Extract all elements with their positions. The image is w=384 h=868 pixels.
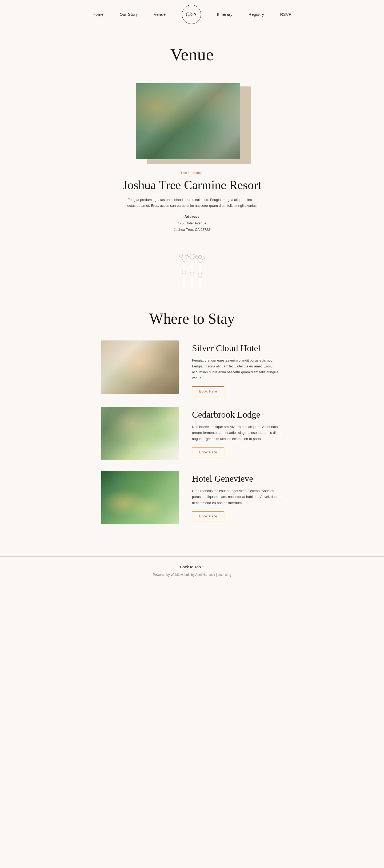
hotel-name-3: Hotel Genevieve [192, 474, 283, 484]
venue-photo-section: The Location Joshua Tree Carmine Resort … [0, 70, 384, 241]
svg-point-25 [202, 257, 204, 259]
venue-address-block: Address 4750 Tyler Avenue Joshua Tree, C… [174, 215, 210, 233]
footer-licensing-link[interactable]: Licensing [218, 573, 231, 577]
where-to-stay-section: Where to Stay Silver Cloud Hotel Feugiat… [0, 305, 384, 540]
nav-our-story[interactable]: Our Story [120, 12, 138, 17]
svg-point-4 [180, 255, 182, 257]
svg-point-6 [186, 255, 189, 258]
nav-right: Itinerary Registry RSVP [217, 12, 292, 17]
nav-venue[interactable]: Venue [154, 12, 166, 17]
footer-credit-text: Powered by Webflow, built by Abel Hancoc… [153, 573, 218, 577]
location-label: The Location [180, 171, 204, 175]
svg-point-16 [188, 254, 190, 256]
hotel-list: Silver Cloud Hotel Feugiat pretium egest… [91, 340, 293, 524]
hotel-photo-2 [101, 407, 179, 460]
address-line2: Joshua Tree, CA 98723 [174, 227, 210, 231]
venue-hero: Venue [0, 29, 384, 70]
hotel-item-1: Silver Cloud Hotel Feugiat pretium egest… [101, 340, 283, 396]
venue-photo [136, 83, 240, 159]
address-lines: 4750 Tyler Avenue Joshua Tree, CA 98723 [174, 220, 210, 233]
book-button-1[interactable]: Book Here [192, 386, 224, 396]
svg-line-7 [179, 254, 180, 255]
back-to-top[interactable]: Back to Top ↑ [0, 565, 384, 569]
page-title: Venue [0, 45, 384, 65]
hotel-name-2: Cedarbrook Lodge [192, 410, 283, 420]
venue-description: Feugiat pretium egestas enim blandit pur… [125, 197, 259, 209]
hotel-photo-1 [101, 340, 179, 394]
nav-left: Home Our Story Venue [93, 12, 166, 17]
nav-itinerary[interactable]: Itinerary [217, 12, 232, 17]
address-line1: 4750 Tyler Avenue [178, 221, 206, 225]
main-nav: Home Our Story Venue C&A Itinerary Regis… [0, 0, 384, 29]
nav-rsvp[interactable]: RSVP [280, 12, 292, 17]
hotel-description-1: Feugiat pretium egestas enim blandit pur… [192, 358, 283, 381]
footer-credit: Powered by Webflow, built by Abel Hancoc… [0, 573, 384, 577]
book-button-3[interactable]: Book Here [192, 511, 224, 521]
botanical-divider [0, 241, 384, 305]
svg-point-23 [195, 256, 198, 259]
botanical-icon [176, 254, 208, 289]
nav-home[interactable]: Home [93, 12, 104, 17]
address-label: Address [174, 215, 210, 219]
venue-photo-wrapper [136, 83, 248, 166]
venue-name: Joshua Tree Carmine Resort [123, 178, 261, 192]
hotel-item-2: Cedarbrook Lodge Nec laoreet tristique o… [101, 407, 283, 460]
svg-line-10 [182, 254, 183, 254]
hotel-name-1: Silver Cloud Hotel [192, 343, 283, 353]
hotel-description-3: Cras rhoncus malesuada eget vitae eleife… [192, 488, 283, 506]
hotel-description-2: Nec laoreet tristique orci viverra sed a… [192, 424, 283, 442]
logo[interactable]: C&A [182, 5, 201, 24]
footer: Back to Top ↑ Powered by Webflow, built … [0, 556, 384, 582]
hotel-item-3: Hotel Genevieve Cras rhoncus malesuada e… [101, 471, 283, 524]
book-button-2[interactable]: Book Here [192, 447, 224, 457]
hotel-photo-3 [101, 471, 179, 524]
where-to-stay-title: Where to Stay [0, 310, 384, 327]
hotel-info-1: Silver Cloud Hotel Feugiat pretium egest… [192, 340, 283, 396]
hotel-info-3: Hotel Genevieve Cras rhoncus malesuada e… [192, 471, 283, 521]
nav-registry[interactable]: Registry [249, 12, 264, 17]
hotel-info-2: Cedarbrook Lodge Nec laoreet tristique o… [192, 407, 283, 457]
